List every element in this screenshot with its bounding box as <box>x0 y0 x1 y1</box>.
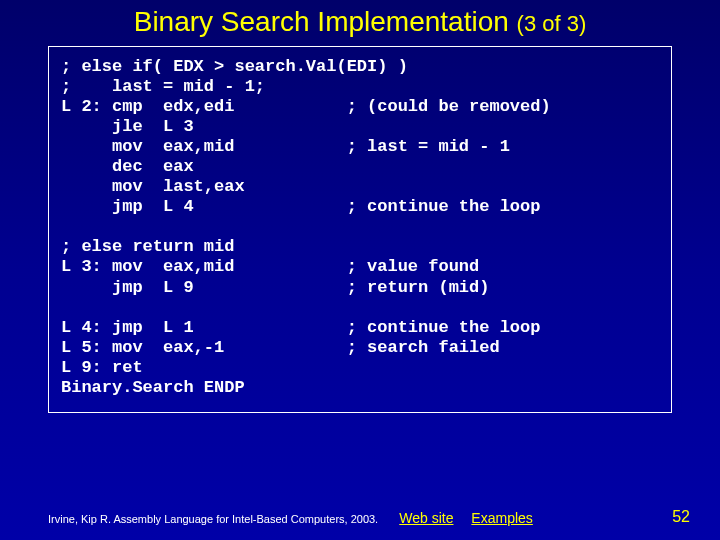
examples-link[interactable]: Examples <box>471 510 532 526</box>
page-number: 52 <box>672 508 690 526</box>
title-sub: (3 of 3) <box>517 11 587 36</box>
footer-links: Web site Examples <box>399 510 547 526</box>
slide: Binary Search Implementation (3 of 3) ; … <box>0 0 720 540</box>
code-block: ; else if( EDX > search.Val(EDI) ) ; las… <box>48 46 672 413</box>
website-link[interactable]: Web site <box>399 510 453 526</box>
footer: Irvine, Kip R. Assembly Language for Int… <box>48 510 672 526</box>
citation-text: Irvine, Kip R. Assembly Language for Int… <box>48 513 378 525</box>
slide-title: Binary Search Implementation (3 of 3) <box>0 0 720 46</box>
title-main: Binary Search Implementation <box>134 6 509 37</box>
